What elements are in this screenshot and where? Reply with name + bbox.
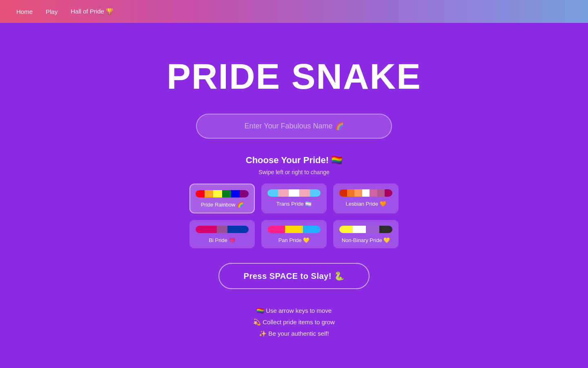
pride-card-2[interactable]: Lesbian Pride 🧡 (333, 184, 399, 213)
pride-card-label-3: Bi Pride 💗 (209, 237, 235, 243)
swipe-hint: Swipe left or right to change (258, 169, 330, 175)
page-title: PRIDE SNAKE (167, 56, 421, 97)
nav-hall-of-pride[interactable]: Hall of Pride 🏆 (71, 8, 114, 15)
instruction-1: 💫 Collect pride items to grow (253, 319, 335, 326)
pride-card-3[interactable]: Bi Pride 💗 (189, 220, 255, 248)
pride-card-label-2: Lesbian Pride 🧡 (345, 201, 386, 207)
instruction-2: ✨ Be your authentic self! (259, 330, 329, 337)
pride-card-0[interactable]: Pride Rainbow 🌈 (189, 184, 255, 213)
nav-home[interactable]: Home (16, 8, 33, 15)
start-button[interactable]: Press SPACE to Slay! 🐍 (218, 263, 370, 289)
nav-play[interactable]: Play (46, 8, 58, 15)
pride-grid: Pride Rainbow 🌈Trans Pride 🏳️‍⚧️Lesbian … (189, 184, 399, 248)
instruction-0: 🏳️‍🌈 Use arrow keys to move (256, 307, 332, 314)
main-content: PRIDE SNAKE Choose Your Pride! 🏳️‍🌈 Swip… (0, 23, 588, 337)
pride-card-1[interactable]: Trans Pride 🏳️‍⚧️ (261, 184, 327, 213)
pride-card-label-5: Non-Binary Pride 💛 (342, 237, 390, 243)
pride-card-5[interactable]: Non-Binary Pride 💛 (333, 220, 399, 248)
pride-card-4[interactable]: Pan Pride 💛 (261, 220, 327, 248)
pride-card-label-0: Pride Rainbow 🌈 (201, 202, 243, 208)
instructions: 🏳️‍🌈 Use arrow keys to move💫 Collect pri… (253, 307, 335, 337)
navbar: Home Play Hall of Pride 🏆 (0, 0, 588, 23)
name-input[interactable] (196, 114, 392, 139)
pride-card-label-1: Trans Pride 🏳️‍⚧️ (276, 201, 312, 207)
pride-card-label-4: Pan Pride 💛 (278, 237, 310, 243)
choose-title: Choose Your Pride! 🏳️‍🌈 (246, 155, 342, 166)
